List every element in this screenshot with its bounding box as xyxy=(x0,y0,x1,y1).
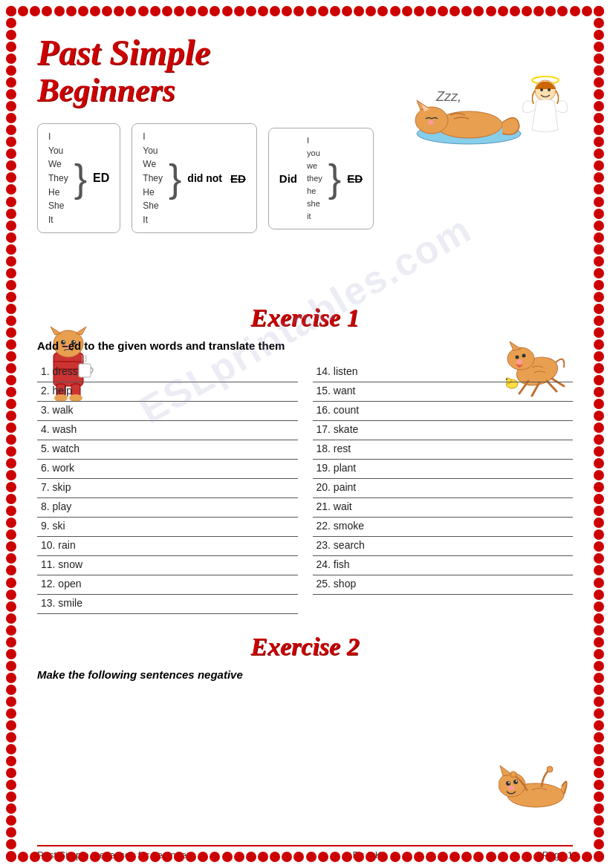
border-dot xyxy=(6,565,16,575)
list-item: 21. wait xyxy=(313,498,574,518)
border-dot xyxy=(594,101,604,111)
border-dot xyxy=(545,6,556,16)
title-line1: Past Simple xyxy=(37,33,573,73)
border-dot xyxy=(6,399,16,409)
border-dot xyxy=(342,6,352,16)
exercise2-instruction: Make the following sentences negative xyxy=(37,668,573,681)
box2-did-not: did not xyxy=(187,172,222,184)
border-dot xyxy=(54,6,65,16)
border-dot xyxy=(6,649,16,659)
border-dot xyxy=(594,6,604,16)
exercise1-instruction: Add –ed to the given words and translate… xyxy=(37,339,573,352)
border-dot xyxy=(6,363,16,373)
svg-point-44 xyxy=(513,780,518,784)
border-dot xyxy=(6,446,16,457)
border-dot xyxy=(594,732,604,743)
word-lists: 1. dress2. help3. walk4. wash5. watch6. … xyxy=(37,363,573,614)
box2-brace: } xyxy=(169,161,181,196)
border-dot xyxy=(6,601,16,612)
border-dot xyxy=(594,65,604,76)
border-dot xyxy=(594,316,604,326)
border-dot xyxy=(594,244,604,255)
border-dot xyxy=(594,744,604,754)
border-dot xyxy=(473,6,484,16)
border-dot xyxy=(6,65,16,76)
border-dot xyxy=(6,292,16,302)
border-dot xyxy=(6,827,16,838)
border-dot xyxy=(6,339,16,350)
border-dot xyxy=(594,42,604,52)
border-dot xyxy=(186,6,196,16)
border-dot xyxy=(162,6,172,16)
border-dot xyxy=(6,780,16,790)
border-dot xyxy=(582,6,592,16)
list-item: 20. paint xyxy=(313,479,574,498)
border-dot xyxy=(6,53,16,64)
border-dot xyxy=(6,553,16,564)
list-item: 24. fish xyxy=(313,556,574,575)
exercise1-section: Exercise 1 Add –ed to the given words an… xyxy=(37,304,573,614)
border-dot xyxy=(6,851,16,861)
border-dot xyxy=(594,411,604,421)
list-item: 4. wash xyxy=(37,421,298,440)
border-dot xyxy=(6,720,16,731)
list-item: 23. search xyxy=(313,537,574,556)
border-dot xyxy=(594,661,604,671)
footer-left: Past Simple the lesson for beginners xyxy=(37,849,195,861)
border-dot xyxy=(126,6,136,16)
border-dot xyxy=(306,6,317,16)
border-dot xyxy=(6,506,16,516)
border-dot xyxy=(594,280,604,290)
list-item: 3. walk xyxy=(37,402,298,421)
grammar-box-interrogative: Did Iyouwetheyhesheit } ED xyxy=(268,128,374,229)
border-dot xyxy=(6,125,16,135)
border-dot xyxy=(6,89,16,99)
border-dot xyxy=(6,803,16,814)
border-dot xyxy=(138,6,149,16)
list-item: 25. shop xyxy=(313,575,574,595)
border-dot xyxy=(6,673,16,683)
border-dot xyxy=(594,482,604,492)
border-dot xyxy=(438,6,448,16)
border-dot xyxy=(6,625,16,636)
list-item: 7. skip xyxy=(37,479,298,498)
box1-form: ED xyxy=(93,172,109,185)
border-dot xyxy=(6,184,16,195)
border-dot xyxy=(222,6,233,16)
border-dot xyxy=(6,578,16,588)
border-dot xyxy=(6,494,16,504)
border-dot xyxy=(594,209,604,219)
list-item: 17. skate xyxy=(313,421,574,440)
border-dot xyxy=(594,422,604,433)
border-dot xyxy=(6,768,16,778)
border-dot xyxy=(210,6,220,16)
border-dot xyxy=(6,387,16,397)
border-dot xyxy=(42,6,52,16)
border-dot xyxy=(594,304,604,314)
border-dot xyxy=(594,113,604,123)
border-dot xyxy=(78,6,88,16)
border-dot xyxy=(594,268,604,278)
border-dot xyxy=(498,6,508,16)
border-dot xyxy=(594,160,604,171)
list-item: 1. dress xyxy=(37,363,298,382)
border-dot xyxy=(533,6,544,16)
border-dot xyxy=(6,232,16,243)
border-dot xyxy=(6,351,16,362)
border-dot xyxy=(594,839,604,849)
border-dot xyxy=(270,6,280,16)
border-dot xyxy=(6,113,16,123)
border-dot xyxy=(6,637,16,647)
border-dot xyxy=(6,458,16,469)
list-item: 14. listen xyxy=(313,363,574,382)
title-section: Past Simple Beginners xyxy=(37,33,573,108)
border-dot xyxy=(6,518,16,528)
border-dot xyxy=(414,6,424,16)
border-dot xyxy=(461,6,472,16)
border-dot xyxy=(6,6,16,16)
border-dot xyxy=(594,232,604,243)
svg-point-43 xyxy=(506,781,510,786)
border-dot xyxy=(594,172,604,183)
border-dot xyxy=(6,316,16,326)
border-dot xyxy=(594,221,604,231)
